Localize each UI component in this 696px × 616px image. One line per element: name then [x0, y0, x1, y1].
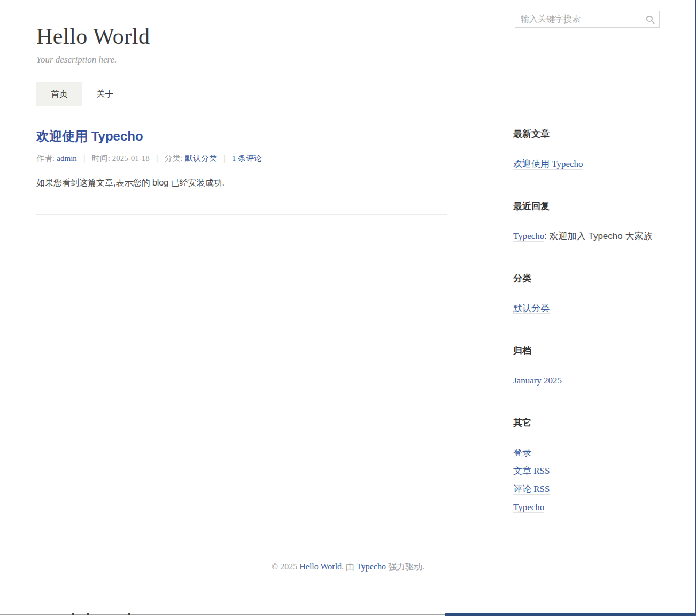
post-divider [36, 214, 447, 215]
taskbar-dot [128, 613, 130, 615]
meta-separator: | [223, 153, 226, 163]
sidebar-section-misc: 其它 登录 文章 RSS 评论 RSS Typecho [513, 417, 660, 517]
comments-rss-link[interactable]: 评论 RSS [513, 484, 550, 495]
post-comments-link[interactable]: 1 条评论 [232, 154, 262, 163]
taskbar-edge-line [0, 614, 445, 615]
search-button[interactable] [641, 11, 659, 27]
nav-tab-about[interactable]: 关于 [82, 82, 128, 106]
login-link[interactable]: 登录 [513, 448, 531, 458]
list-item: Typecho [513, 498, 660, 517]
site-description: Your description here. [36, 55, 660, 65]
sidebar-section-archives: 归档 January 2025 [513, 344, 660, 390]
meta-separator: | [83, 153, 86, 163]
main-nav: 首页 关于 [36, 82, 660, 106]
sidebar-heading-categories: 分类 [513, 272, 660, 284]
footer-middle: . 由 [342, 562, 357, 571]
footer-suffix: 强力驱动. [386, 562, 424, 571]
typecho-link[interactable]: Typecho [513, 502, 544, 513]
list-item: 欢迎使用 Typecho [513, 155, 660, 173]
post-author-link[interactable]: admin [57, 154, 77, 163]
list-item: Typecho: 欢迎加入 Typecho 大家族 [513, 227, 660, 245]
sidebar-section-recent-replies: 最近回复 Typecho: 欢迎加入 Typecho 大家族 [513, 200, 660, 245]
post-meta: 作者: admin|时间: 2025-01-18|分类: 默认分类|1 条评论 [36, 153, 447, 164]
post-author-label: 作者: [36, 153, 57, 163]
recent-post-link[interactable]: 欢迎使用 Typecho [513, 159, 583, 170]
nav-tab-home[interactable]: 首页 [36, 82, 82, 106]
sidebar-section-recent-posts: 最新文章 欢迎使用 Typecho [513, 128, 660, 173]
post-category-link[interactable]: 默认分类 [185, 154, 217, 163]
post-category-label: 分类: [165, 153, 185, 163]
sidebar: 最新文章 欢迎使用 Typecho 最近回复 Typecho: 欢迎加入 Typ… [513, 128, 660, 543]
sidebar-heading-recent-replies: 最近回复 [513, 200, 660, 212]
post-title-link[interactable]: 欢迎使用 Typecho [36, 128, 447, 145]
category-link[interactable]: 默认分类 [513, 303, 550, 314]
main-column: 欢迎使用 Typecho 作者: admin|时间: 2025-01-18|分类… [36, 128, 447, 215]
list-item: 默认分类 [513, 299, 660, 318]
sidebar-heading-recent-posts: 最新文章 [513, 128, 660, 140]
posts-rss-link[interactable]: 文章 RSS [513, 466, 550, 476]
site-header: Hello World Your description here. 首页 关于 [0, 0, 696, 106]
list-item: 登录 [513, 444, 660, 462]
sidebar-heading-archives: 归档 [513, 344, 660, 357]
recent-reply-text: : 欢迎加入 Typecho 大家族 [544, 231, 652, 241]
blog-page: Hello World Your description here. 首页 关于 [0, 0, 696, 616]
footer-site-link[interactable]: Hello World [299, 562, 342, 571]
sidebar-section-categories: 分类 默认分类 [513, 272, 660, 318]
search-box [515, 11, 660, 28]
search-icon [645, 14, 655, 25]
post: 欢迎使用 Typecho 作者: admin|时间: 2025-01-18|分类… [36, 128, 447, 215]
archive-link[interactable]: January 2025 [513, 375, 562, 386]
bottom-window-edge [445, 613, 696, 616]
taskbar-dot [87, 613, 89, 615]
footer-copyright: © 2025 Hello World. 由 Typecho 强力驱动. [36, 561, 660, 573]
footer-engine-link[interactable]: Typecho [357, 562, 386, 571]
list-item: 文章 RSS [513, 462, 660, 480]
recent-reply-author-link[interactable]: Typecho [513, 231, 544, 242]
taskbar-dot [72, 613, 74, 615]
post-time: 时间: 2025-01-18 [92, 154, 150, 163]
meta-separator: | [156, 153, 158, 163]
list-item: January 2025 [513, 372, 660, 390]
post-body: 如果您看到这篇文章,表示您的 blog 已经安装成功. [36, 178, 447, 189]
search-input[interactable] [515, 11, 641, 27]
footer-prefix: © 2025 [272, 562, 299, 571]
list-item: 评论 RSS [513, 480, 660, 498]
sidebar-heading-misc: 其它 [513, 417, 660, 429]
